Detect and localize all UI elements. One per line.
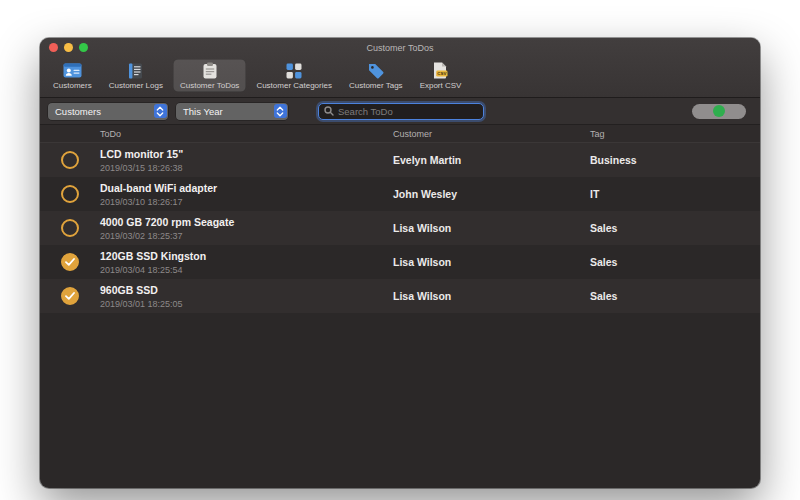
search-icon (324, 102, 334, 120)
todo-cell: 120GB SSD Kingston2019/03/04 18:25:54 (100, 250, 206, 275)
todo-tag: Business (590, 154, 637, 166)
toolbar-item-label: Customer Categories (256, 81, 332, 90)
toolbar-item-customer-categories[interactable]: Customer Categories (249, 59, 339, 92)
todo-cell: Dual-band WiFi adapter2019/03/10 18:26:1… (100, 182, 217, 207)
toolbar-item-customer-tags[interactable]: Customer Tags (342, 59, 410, 92)
chevron-up-down-icon (274, 104, 287, 118)
toolbar-item-label: Customer ToDos (180, 81, 239, 90)
chevron-up-down-icon (154, 104, 167, 118)
todo-customer: Evelyn Martin (393, 154, 461, 166)
checked-circle-icon[interactable] (61, 287, 79, 305)
unchecked-circle-icon[interactable] (61, 219, 79, 237)
toolbar-item-customer-todos[interactable]: Customer ToDos (173, 59, 246, 92)
status-toggle[interactable] (692, 104, 746, 119)
todo-date: 2019/03/10 18:26:17 (100, 197, 217, 207)
todo-title: 960GB SSD (100, 284, 183, 296)
todo-row[interactable]: 4000 GB 7200 rpm Seagate2019/03/02 18:25… (40, 211, 760, 245)
toolbar-item-label: Export CSV (420, 81, 462, 90)
todo-customer: John Wesley (393, 188, 457, 200)
toolbar-item-label: Customer Tags (349, 81, 403, 90)
todo-title: LCD monitor 15" (100, 148, 183, 160)
traffic-lights (49, 43, 88, 52)
minimize-button[interactable] (64, 43, 73, 52)
todo-cell: 960GB SSD2019/03/01 18:25:05 (100, 284, 183, 309)
todo-customer: Lisa Wilson (393, 290, 451, 302)
todo-row[interactable]: 960GB SSD2019/03/01 18:25:05Lisa WilsonS… (40, 279, 760, 313)
checked-circle-icon[interactable] (61, 253, 79, 271)
toolbar-item-customer-logs[interactable]: Customer Logs (102, 59, 170, 92)
todo-tag: Sales (590, 290, 617, 302)
table-header: ToDo Customer Tag (40, 125, 760, 143)
close-button[interactable] (49, 43, 58, 52)
customer-logs-icon (128, 62, 143, 79)
todo-tag: IT (590, 188, 599, 200)
fullscreen-button[interactable] (79, 43, 88, 52)
unchecked-circle-icon[interactable] (61, 151, 79, 169)
todo-list: LCD monitor 15"2019/03/15 18:26:38Evelyn… (40, 143, 760, 313)
todo-date: 2019/03/02 18:25:37 (100, 231, 234, 241)
svg-text:CSV: CSV (437, 71, 446, 76)
todo-title: Dual-band WiFi adapter (100, 182, 217, 194)
search-field[interactable] (318, 103, 484, 120)
todo-customer: Lisa Wilson (393, 256, 451, 268)
toolbar-item-export-csv[interactable]: CSVExport CSV (413, 59, 469, 92)
todo-date: 2019/03/04 18:25:54 (100, 265, 206, 275)
column-header-tag[interactable]: Tag (590, 129, 605, 139)
column-header-todo[interactable]: ToDo (100, 129, 121, 139)
toolbar-item-label: Customers (53, 81, 92, 90)
customer-tags-icon (368, 62, 384, 79)
app-window: Customer ToDos CustomersCustomer LogsCus… (40, 38, 760, 488)
todo-cell: 4000 GB 7200 rpm Seagate2019/03/02 18:25… (100, 216, 234, 241)
export-csv-icon: CSV (433, 62, 448, 79)
customers-icon (63, 62, 82, 79)
window-title: Customer ToDos (40, 38, 760, 58)
customer-categories-icon (286, 62, 302, 79)
period-filter-dropdown[interactable]: This Year (176, 103, 288, 120)
customer-todos-icon (203, 62, 217, 79)
todo-tag: Sales (590, 222, 617, 234)
period-filter-value: This Year (183, 106, 223, 117)
todo-title: 4000 GB 7200 rpm Seagate (100, 216, 234, 228)
todo-customer: Lisa Wilson (393, 222, 451, 234)
toolbar-item-customers[interactable]: Customers (46, 59, 99, 92)
todo-row[interactable]: 120GB SSD Kingston2019/03/04 18:25:54Lis… (40, 245, 760, 279)
unchecked-circle-icon[interactable] (61, 185, 79, 203)
todo-row[interactable]: Dual-band WiFi adapter2019/03/10 18:26:1… (40, 177, 760, 211)
todo-date: 2019/03/01 18:25:05 (100, 299, 183, 309)
toolbar-item-label: Customer Logs (109, 81, 163, 90)
todo-row[interactable]: LCD monitor 15"2019/03/15 18:26:38Evelyn… (40, 143, 760, 177)
toolbar: CustomersCustomer LogsCustomer ToDosCust… (40, 57, 760, 97)
window-header: Customer ToDos CustomersCustomer LogsCus… (40, 38, 760, 98)
customer-filter-value: Customers (55, 106, 101, 117)
column-header-customer[interactable]: Customer (393, 129, 432, 139)
customer-filter-dropdown[interactable]: Customers (48, 103, 168, 120)
filter-bar: Customers This Year (40, 98, 760, 125)
todo-title: 120GB SSD Kingston (100, 250, 206, 262)
todo-date: 2019/03/15 18:26:38 (100, 163, 183, 173)
toggle-knob-icon (713, 105, 725, 117)
todo-tag: Sales (590, 256, 617, 268)
todo-cell: LCD monitor 15"2019/03/15 18:26:38 (100, 148, 183, 173)
search-input[interactable] (338, 106, 478, 117)
titlebar[interactable]: Customer ToDos (40, 38, 760, 57)
